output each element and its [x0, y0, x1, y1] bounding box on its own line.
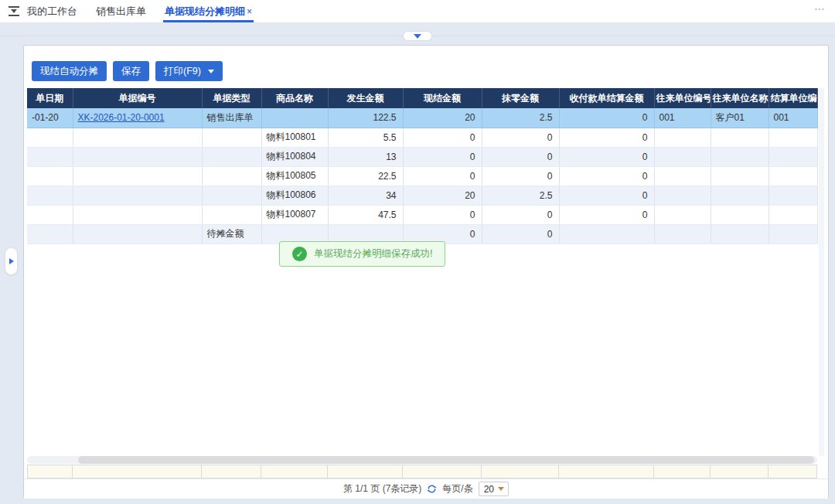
cell[interactable]	[711, 166, 769, 186]
cell[interactable]	[654, 205, 711, 224]
expand-sidebar-button[interactable]	[5, 247, 18, 275]
print-button[interactable]: 打印(F9)	[155, 61, 223, 81]
cell[interactable]	[711, 128, 769, 147]
table-row[interactable]: 物料10080413000	[27, 147, 817, 166]
cell[interactable]	[654, 166, 711, 186]
cell[interactable]: 122.5	[328, 108, 403, 128]
cell[interactable]	[711, 147, 769, 166]
table-row[interactable]: -01-20XK-2026-01-20-0001销售出库单122.5202.50…	[27, 108, 817, 128]
cell[interactable]: 销售出库单	[202, 108, 261, 128]
cell[interactable]	[769, 224, 817, 243]
cell[interactable]	[27, 166, 73, 186]
cell[interactable]: 0	[559, 147, 654, 166]
cell[interactable]: 待摊金额	[202, 224, 261, 243]
tab-sales-outbound[interactable]: 销售出库单	[94, 0, 148, 22]
cell[interactable]: 001	[654, 108, 711, 128]
cell[interactable]: 0	[559, 205, 654, 224]
save-button[interactable]: 保存	[113, 61, 149, 81]
cell[interactable]: XK-2026-01-20-0001	[73, 108, 202, 128]
cell[interactable]	[202, 166, 261, 186]
table-row[interactable]: 物料10080747.5000	[27, 205, 817, 224]
cell[interactable]	[654, 186, 711, 205]
cell[interactable]	[769, 147, 817, 166]
cell[interactable]	[769, 166, 817, 186]
cell[interactable]: 0	[482, 205, 559, 224]
document-number-link[interactable]: XK-2026-01-20-0001	[78, 112, 165, 123]
cell[interactable]: 20	[403, 108, 482, 128]
cell[interactable]	[711, 224, 769, 243]
cell[interactable]: 0	[403, 128, 482, 147]
cell[interactable]: 22.5	[328, 166, 403, 186]
cell[interactable]: -01-20	[27, 108, 73, 128]
cell[interactable]	[654, 147, 711, 166]
cell[interactable]: 0	[559, 186, 654, 205]
cell[interactable]	[711, 205, 769, 224]
cell[interactable]: 13	[328, 147, 403, 166]
summary-cell	[559, 465, 654, 478]
cell[interactable]	[73, 166, 202, 186]
cell[interactable]: 0	[482, 147, 559, 166]
cell[interactable]	[769, 128, 817, 147]
cell[interactable]: 47.5	[328, 205, 403, 224]
cell[interactable]: 0	[403, 147, 482, 166]
cell[interactable]	[654, 224, 711, 243]
cell[interactable]	[73, 205, 202, 224]
cell[interactable]	[27, 224, 73, 243]
cell[interactable]: 0	[482, 128, 559, 147]
cell[interactable]	[73, 147, 202, 166]
cell[interactable]	[559, 224, 654, 243]
cell[interactable]	[769, 186, 817, 205]
cell[interactable]: 物料100804	[261, 147, 328, 166]
toolbar: 现结自动分摊 保存 打印(F9)	[32, 61, 223, 81]
cell[interactable]	[73, 224, 202, 243]
cell[interactable]	[261, 108, 328, 128]
cell[interactable]	[202, 147, 261, 166]
cell[interactable]: 0	[559, 128, 654, 147]
cell[interactable]	[202, 128, 261, 147]
cell[interactable]	[202, 186, 261, 205]
cell[interactable]: 0	[482, 224, 559, 243]
table-row[interactable]: 物料1008015.5000	[27, 128, 817, 147]
cell[interactable]: 物料100801	[261, 128, 328, 147]
cell[interactable]: 0	[403, 166, 482, 186]
cell[interactable]: 34	[328, 186, 403, 205]
auto-allocate-button[interactable]: 现结自动分摊	[32, 61, 107, 81]
column-header-5: 发生金额	[328, 88, 403, 108]
cell[interactable]	[27, 186, 73, 205]
menu-collapse-icon[interactable]	[8, 6, 19, 16]
cell[interactable]: 0	[403, 205, 482, 224]
cell[interactable]: 2.5	[482, 186, 559, 205]
cell[interactable]	[654, 128, 711, 147]
cell[interactable]	[711, 186, 769, 205]
cell[interactable]	[27, 205, 73, 224]
cell[interactable]	[27, 147, 73, 166]
cell[interactable]: 物料100807	[261, 205, 328, 224]
more-icon[interactable]: ⋯	[814, 2, 826, 15]
cell[interactable]: 0	[559, 166, 654, 186]
cell[interactable]: 001	[769, 108, 817, 128]
collapse-panel-button[interactable]	[403, 31, 432, 41]
cell[interactable]: 5.5	[328, 128, 403, 147]
cell[interactable]	[73, 128, 202, 147]
cell[interactable]	[73, 186, 202, 205]
cell[interactable]: 20	[403, 186, 482, 205]
tab-cash-allocation-detail[interactable]: 单据现结分摊明细 ×	[163, 0, 254, 22]
table-row[interactable]: 物料10080522.5000	[27, 166, 817, 186]
cell[interactable]	[202, 205, 261, 224]
cell[interactable]: 0	[559, 108, 654, 128]
refresh-icon[interactable]	[427, 484, 437, 494]
horizontal-scrollbar-track[interactable]	[27, 456, 817, 464]
cell[interactable]	[27, 128, 73, 147]
tab-my-workspace[interactable]: 我的工作台	[26, 0, 79, 22]
tab-close-icon[interactable]: ×	[247, 6, 252, 17]
per-page-dropdown[interactable]: 20	[479, 482, 509, 496]
table-row[interactable]: 物料10080634202.50	[27, 186, 817, 205]
cell[interactable]: 物料100806	[261, 186, 328, 205]
cell[interactable]: 2.5	[482, 108, 559, 128]
cell[interactable]: 客户01	[711, 108, 769, 128]
vertical-scrollbar[interactable]	[819, 88, 824, 456]
cell[interactable]: 0	[482, 166, 559, 186]
cell[interactable]	[769, 205, 817, 224]
cell[interactable]: 物料100805	[261, 166, 328, 186]
horizontal-scrollbar-thumb[interactable]	[78, 456, 814, 464]
